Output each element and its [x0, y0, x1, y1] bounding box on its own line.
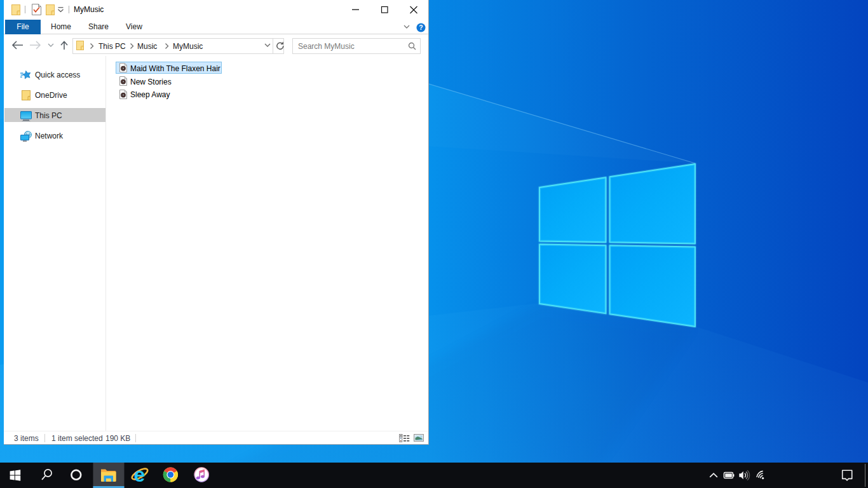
svg-text:e: e — [134, 463, 146, 486]
svg-text:?: ? — [419, 24, 423, 31]
